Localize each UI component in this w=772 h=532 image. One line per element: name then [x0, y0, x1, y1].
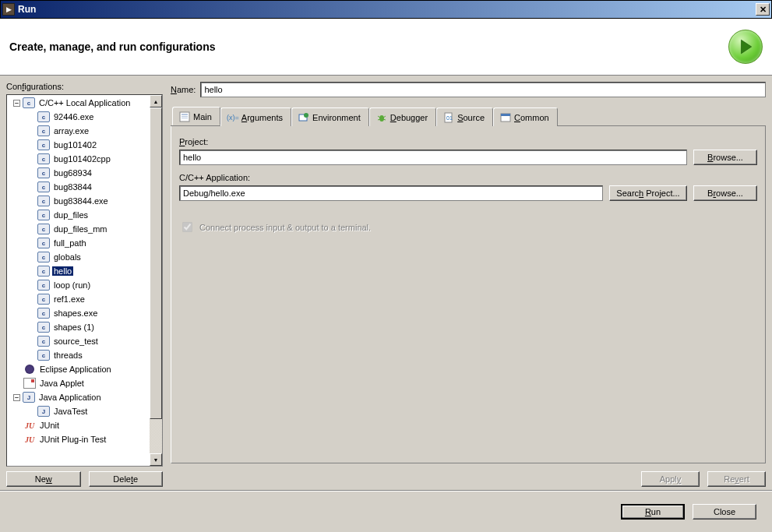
tree-item[interactable]: cshapes.exe: [7, 306, 150, 320]
apply-button: Apply: [641, 471, 700, 487]
tree-item-label: shapes.exe: [52, 308, 99, 318]
tree-item[interactable]: carray.exe: [7, 124, 150, 138]
tree-expander-icon[interactable]: −: [13, 100, 20, 107]
dialog-footer: Run Close: [0, 490, 772, 532]
scroll-down-button[interactable]: ▼: [150, 453, 162, 466]
project-input[interactable]: [179, 150, 687, 165]
tree-item[interactable]: cdup_files: [7, 208, 150, 222]
java-file-icon: J: [23, 392, 35, 403]
tree-item[interactable]: Eclipse Application: [7, 362, 150, 376]
tab-environment[interactable]: Environment: [291, 107, 369, 126]
c-file-icon: c: [37, 336, 50, 347]
c-file-icon: c: [37, 224, 50, 234]
tree-item-label: bug83844: [52, 182, 93, 192]
c-file-icon: c: [37, 294, 50, 305]
java-file-icon: J: [37, 406, 50, 417]
arguments-tab-icon: (x)=: [227, 112, 238, 123]
tree-item[interactable]: cthreads: [7, 348, 150, 362]
tree-item[interactable]: cdup_files_mm: [7, 222, 150, 236]
svg-point-7: [379, 115, 384, 122]
tree-item-label: Java Application: [37, 393, 103, 402]
junit-icon: JU: [23, 434, 36, 445]
tree-item[interactable]: cbug83844: [7, 180, 150, 194]
tree-item[interactable]: −JJava Application: [7, 390, 150, 404]
tab-panel-main: Project: Browse... C/C++ Application: Se…: [171, 126, 766, 463]
tree-item-label: Eclipse Application: [38, 365, 113, 374]
c-file-icon: c: [37, 322, 50, 333]
tree-item[interactable]: Java Applet: [7, 376, 150, 390]
tab-common[interactable]: Common: [493, 107, 558, 126]
tree-item[interactable]: csource_test: [7, 334, 150, 348]
tab-source[interactable]: 01 Source: [436, 107, 493, 126]
app-icon: ▶: [2, 3, 15, 16]
name-input[interactable]: [200, 82, 766, 97]
tree-item-label: bug101402: [52, 140, 98, 150]
tree-item[interactable]: c92446.exe: [7, 110, 150, 124]
scroll-track[interactable]: [150, 107, 162, 453]
tree-item-label: bug101402cpp: [52, 154, 112, 164]
tree-expander-icon[interactable]: −: [13, 394, 20, 401]
tree-item-label: shapes (1): [52, 322, 96, 332]
tree-item[interactable]: chello: [7, 264, 150, 278]
applet-icon: [23, 378, 36, 389]
tree-item[interactable]: cbug68934: [7, 166, 150, 180]
tree-item-label: JavaTest: [52, 407, 89, 416]
vertical-scrollbar[interactable]: ▲ ▼: [150, 95, 162, 466]
tree-item[interactable]: cfull_path: [7, 236, 150, 250]
tree-item[interactable]: JJavaTest: [7, 404, 150, 418]
tree-item[interactable]: cbug101402cpp: [7, 152, 150, 166]
tab-common-label: Common: [514, 113, 549, 122]
new-button[interactable]: New: [6, 471, 81, 487]
scroll-thumb[interactable]: [150, 107, 162, 419]
tree-item[interactable]: −cC/C++ Local Application: [7, 96, 150, 110]
c-file-icon: c: [37, 350, 50, 361]
c-file-icon: c: [37, 196, 50, 206]
svg-point-6: [304, 113, 308, 118]
c-file-icon: c: [23, 97, 35, 108]
tab-arguments-label: Arguments: [241, 113, 283, 122]
tree-item[interactable]: cloop (run): [7, 278, 150, 292]
tree-item-label: Java Applet: [38, 379, 86, 388]
search-project-button[interactable]: Search Project...: [609, 185, 687, 201]
tree-item-label: loop (run): [52, 280, 92, 290]
svg-rect-2: [182, 114, 188, 115]
eclipse-icon: [23, 364, 36, 375]
tree-item[interactable]: cbug83844.exe: [7, 194, 150, 208]
tree-item-label: bug68934: [52, 168, 93, 178]
tab-main[interactable]: Main: [172, 107, 220, 125]
tab-arguments[interactable]: (x)= Arguments: [220, 107, 291, 126]
c-file-icon: c: [37, 252, 50, 262]
tree-item[interactable]: JUJUnit: [7, 418, 150, 432]
connect-terminal-label: Connect process input & output to a term…: [199, 223, 371, 232]
configurations-tree[interactable]: −cC/C++ Local Applicationc92446.execarra…: [6, 94, 163, 467]
right-panel: Name: Main (x)= Arguments Environment: [171, 82, 766, 487]
name-label: Name:: [171, 85, 196, 94]
svg-rect-15: [501, 114, 510, 116]
close-icon[interactable]: ✕: [756, 3, 770, 16]
tab-debugger[interactable]: Debugger: [369, 107, 436, 126]
tree-item[interactable]: cref1.exe: [7, 292, 150, 306]
project-browse-button[interactable]: Browse...: [693, 150, 757, 165]
c-file-icon: c: [37, 111, 50, 122]
delete-button[interactable]: Delete: [89, 471, 164, 487]
tree-item[interactable]: cglobals: [7, 250, 150, 264]
connect-terminal-checkbox: [182, 222, 192, 232]
close-button[interactable]: Close: [693, 504, 756, 520]
tab-strip: Main (x)= Arguments Environment Debugger: [171, 107, 766, 126]
tree-item-label: 92446.exe: [52, 112, 95, 122]
c-file-icon: c: [37, 167, 50, 178]
c-file-icon: c: [37, 280, 50, 291]
c-file-icon: c: [37, 125, 50, 136]
application-browse-button[interactable]: Browse...: [693, 185, 757, 201]
application-input[interactable]: [179, 185, 603, 201]
tab-environment-label: Environment: [312, 113, 361, 122]
tree-item-label: dup_files: [52, 210, 90, 220]
dialog-body: Configurations: −cC/C++ Local Applicatio…: [0, 76, 772, 487]
tree-item[interactable]: JUJUnit Plug-in Test: [7, 432, 150, 446]
tree-item[interactable]: cbug101402: [7, 138, 150, 152]
debugger-tab-icon: [376, 112, 387, 123]
scroll-up-button[interactable]: ▲: [150, 95, 162, 107]
tree-item[interactable]: cshapes (1): [7, 320, 150, 334]
run-button[interactable]: Run: [621, 504, 685, 520]
tree-item-label: full_path: [52, 238, 88, 248]
